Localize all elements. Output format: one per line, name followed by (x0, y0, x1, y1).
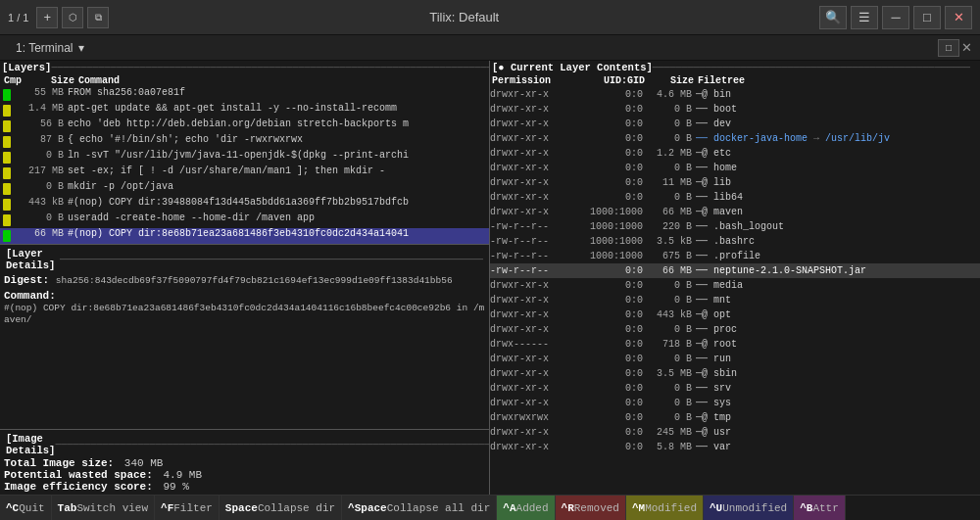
file-row[interactable]: drwxr-xr-x0:00 B── mnt (490, 293, 980, 307)
file-row[interactable]: drwxr-xr-x0:00 B── home (490, 161, 980, 175)
layer-row[interactable]: 56 Becho 'deb http://deb.debian.org/debi… (0, 118, 489, 134)
file-row[interactable]: -rw-r--r--1000:10003.5 kB── .bashrc (490, 234, 980, 249)
layers-title: [Layers] (2, 62, 51, 73)
file-row[interactable]: drwxr-xr-x0:04.6 MB─@ bin (490, 87, 980, 102)
minimize-button[interactable]: ─ (882, 6, 909, 29)
file-row[interactable]: -rw-r--r--0:066 MB── neptune-2.1.0-SNAPS… (490, 263, 980, 278)
cmp-indicator (3, 136, 11, 148)
file-row[interactable]: drwxr-xr-x0:03.5 MB─@ sbin (490, 366, 980, 381)
file-uid: 0:0 (573, 427, 647, 438)
layer-cmd: #(nop) COPY dir:39488084f13d445a5bdd61a3… (68, 197, 489, 213)
file-uid: 1000:1000 (573, 221, 647, 232)
close-button[interactable]: ✕ (945, 6, 972, 29)
tabbar: 1: Terminal ▾ □ ✕ (0, 35, 980, 61)
file-permission: drwxr-xr-x (490, 104, 573, 115)
status-key: ^U (710, 502, 722, 514)
status-key: ^A (503, 502, 515, 514)
layer-cmd: set -ex; if [ ! -d /usr/share/man/man1 ]… (68, 165, 489, 181)
layer-row[interactable]: 1.4 MBapt-get update && apt-get install … (0, 103, 489, 118)
file-row[interactable]: drwxr-xr-x0:011 MB─@ lib (490, 175, 980, 190)
terminal-tab[interactable]: 1: Terminal ▾ (8, 39, 92, 57)
file-row[interactable]: drwxr-xr-x0:05.8 MB── var (490, 440, 980, 454)
col-perm-header: Permission (492, 75, 575, 86)
file-row[interactable]: drwxr-xr-x0:00 B── dev (490, 117, 980, 131)
window-controls: 🔍 ☰ ─ □ ✕ (819, 6, 972, 29)
layer-row[interactable]: 443 kB#(nop) COPY dir:39488084f13d445a5b… (0, 197, 489, 213)
file-tree-entry: ─@ tmp (696, 412, 980, 423)
layers-header-line: [Layers] ───────────────────────────────… (0, 61, 489, 74)
split-button[interactable]: ⧉ (87, 7, 109, 28)
search-button[interactable]: 🔍 (819, 6, 847, 29)
file-row[interactable]: drwxr-xr-x0:0443 kB─@ opt (490, 307, 980, 322)
file-uid: 0:0 (573, 192, 647, 203)
file-row[interactable]: drwxr-xr-x0:00 B── docker-java-home → /u… (490, 131, 980, 146)
tab-dropdown-icon[interactable]: ▾ (78, 41, 84, 55)
file-row[interactable]: drwx------0:0718 B─@ root (490, 337, 980, 352)
file-row[interactable]: drwxr-xr-x0:00 B── boot (490, 102, 980, 117)
file-permission: drwxr-xr-x (490, 442, 573, 452)
file-row[interactable]: drwxr-xr-x0:00 B── lib64 (490, 190, 980, 205)
menu-button[interactable]: ☰ (851, 6, 878, 29)
image-details-dash: ────────────────────────────────────────… (55, 440, 490, 450)
tab-expand-button[interactable]: □ (938, 39, 959, 57)
file-size: 0 B (647, 192, 696, 203)
file-row[interactable]: drwxr-xr-x0:00 B── srv (490, 381, 980, 396)
file-size: 0 B (647, 104, 696, 115)
layer-cmd: echo 'deb http://deb.debian.org/debian s… (68, 118, 489, 134)
file-size: 245 MB (647, 427, 696, 438)
file-size: 0 B (647, 133, 696, 144)
layer-row[interactable]: 55 MBFROM sha256:0a07e81f (0, 87, 489, 103)
file-row[interactable]: drwxr-xr-x0:00 B── media (490, 278, 980, 293)
layer-row[interactable]: 87 B{ echo '#!/bin/sh'; echo 'dir -rwxrw… (0, 134, 489, 150)
file-row[interactable]: drwxr-xr-x0:0245 MB─@ usr (490, 425, 980, 440)
maximize-button[interactable]: □ (913, 6, 941, 29)
layer-size: 0 B (14, 181, 68, 197)
layer-size: 0 B (14, 213, 68, 228)
file-tree-entry: ── var (696, 442, 980, 452)
layer-row[interactable]: 0 Bmkdir -p /opt/java (0, 181, 489, 197)
file-row[interactable]: drwxrwxrwx0:00 B─@ tmp (490, 410, 980, 425)
file-row[interactable]: drwxr-xr-x0:01.2 MB─@ etc (490, 146, 980, 161)
file-row[interactable]: drwxr-xr-x0:00 B── run (490, 352, 980, 366)
file-uid: 0:0 (573, 412, 647, 423)
file-uid: 0:0 (573, 104, 647, 115)
col-size-header: Size (20, 75, 78, 86)
file-uid: 0:0 (573, 280, 647, 291)
layer-row[interactable]: 0 Buseradd -create-home --home-dir /mave… (0, 213, 489, 228)
cmp-indicator (3, 152, 11, 164)
file-tree-entry: ── dev (696, 118, 980, 129)
file-uid: 0:0 (573, 89, 647, 100)
col-uid-header: UID:GID (575, 75, 649, 86)
file-tree-entry: ─@ opt (696, 309, 980, 320)
file-tree-entry: ── proc (696, 324, 980, 335)
layer-row[interactable]: 66 MB#(nop) COPY dir:8e68b71ea23a681486f… (0, 228, 489, 244)
layer-details-header: [Layer Details] ────────────────────────… (4, 247, 485, 272)
file-row[interactable]: drwxr-xr-x1000:100066 MB─@ maven (490, 205, 980, 219)
current-layer-dash: ────────────────────────────────────────… (653, 63, 978, 73)
file-size: 4.6 MB (647, 89, 696, 100)
session-button[interactable]: ⬡ (62, 7, 83, 28)
file-uid: 0:0 (573, 324, 647, 335)
layer-row[interactable]: 0 Bln -svT "/usr/lib/jvm/java-11-openjdk… (0, 150, 489, 165)
new-tab-button[interactable]: + (36, 7, 58, 28)
status-key: ^M (632, 502, 645, 514)
file-uid: 0:0 (573, 118, 647, 129)
file-row[interactable]: drwxr-xr-x0:00 B── proc (490, 322, 980, 337)
file-row[interactable]: -rw-r--r--1000:1000220 B── .bash_logout (490, 219, 980, 234)
file-row[interactable]: drwxr-xr-x0:00 B── sys (490, 396, 980, 410)
image-details-header: [Image Details] ────────────────────────… (4, 432, 485, 457)
file-tree-entry: ── boot (696, 104, 980, 115)
file-size: 675 B (647, 251, 696, 261)
file-permission: drwxr-xr-x (490, 163, 573, 173)
status-key: ^C (6, 502, 19, 514)
tab-close-button[interactable]: ✕ (961, 40, 972, 55)
file-permission: drwxr-xr-x (490, 427, 573, 438)
file-permission: drwxr-xr-x (490, 207, 573, 217)
layer-row[interactable]: 217 MBset -ex; if [ ! -d /usr/share/man/… (0, 165, 489, 181)
file-row[interactable]: -rw-r--r--1000:1000675 B── .profile (490, 249, 980, 263)
file-size: 66 MB (647, 207, 696, 217)
file-size: 3.5 kB (647, 236, 696, 247)
file-uid: 0:0 (573, 133, 647, 144)
layer-size: 217 MB (14, 165, 68, 181)
total-label: Total Image size: (4, 457, 114, 469)
